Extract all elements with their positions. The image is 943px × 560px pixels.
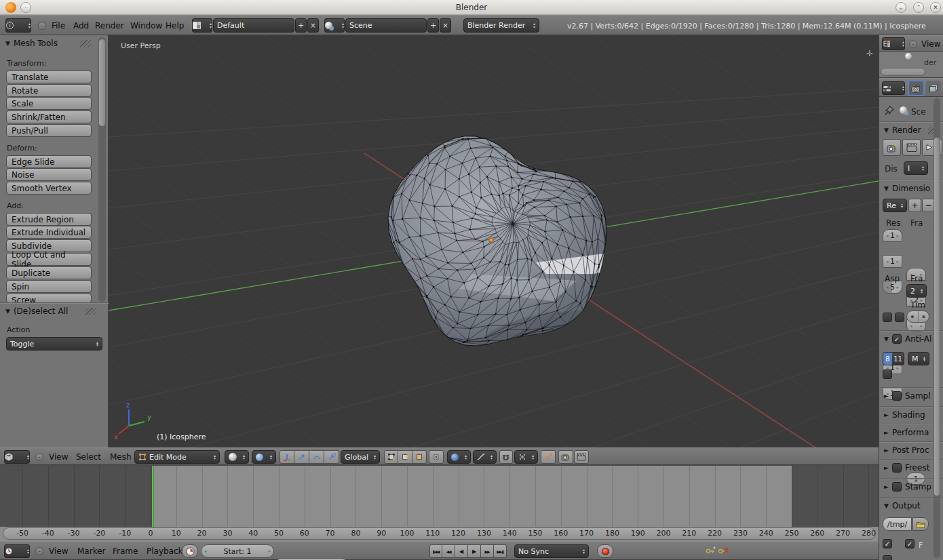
orientation-dropdown[interactable]: Global — [341, 450, 380, 464]
file-extensions-checkbox[interactable] — [905, 539, 915, 548]
resolution-x-field[interactable]: 1 — [883, 229, 902, 242]
next-keyframe-button[interactable]: ▶▶ — [481, 544, 494, 558]
record-button[interactable] — [597, 544, 613, 558]
sync-dropdown[interactable]: No Sync — [514, 544, 589, 558]
start-frame-field[interactable]: Start: 1 — [201, 544, 274, 558]
render-panel-header[interactable]: ▼Render — [884, 125, 921, 135]
scrollbar-thumb[interactable] — [934, 138, 940, 496]
spin-button[interactable]: Spin — [6, 280, 92, 293]
outliner-menu-view[interactable]: View — [919, 37, 943, 51]
delete-keyframe-button[interactable] — [718, 546, 729, 557]
viewport-3d[interactable]: User Persp ✛ (1) Icosphere z y x — [109, 35, 879, 447]
sampled-motion-blur-header[interactable]: ►Sampl — [884, 391, 931, 401]
render-presets-dropdown[interactable]: Re — [883, 199, 907, 212]
menu-render[interactable]: Render — [92, 19, 127, 33]
scene-icon-button[interactable] — [324, 18, 345, 33]
aa-filter-dropdown[interactable]: M — [908, 352, 929, 365]
output-browse-button[interactable] — [912, 517, 929, 531]
close-button[interactable]: ✕ — [930, 2, 941, 13]
screw-button[interactable]: Screw — [6, 294, 92, 303]
extrude-region-button[interactable]: Extrude Region — [6, 213, 92, 226]
snap-toggle-button[interactable]: Ω — [499, 450, 513, 464]
add-layout-button[interactable]: + — [295, 18, 307, 33]
stamp-checkbox[interactable] — [892, 482, 902, 492]
insert-keyframe-button[interactable] — [706, 546, 716, 557]
menu-frame[interactable]: Frame — [110, 544, 140, 558]
delete-scene-button[interactable]: × — [440, 18, 451, 33]
manipulator-rotate-button[interactable] — [309, 450, 324, 464]
full-sample-checkbox[interactable] — [883, 369, 892, 379]
play-button[interactable]: ▶ — [468, 544, 481, 558]
scene-field[interactable]: Scene — [345, 18, 427, 33]
timeline-ruler[interactable]: -50-40-30-20-100102030405060708090100110… — [0, 527, 879, 541]
shrink-fatten-button[interactable]: Shrink/Fatten — [6, 111, 92, 123]
proportional-edit-dropdown[interactable] — [447, 450, 471, 464]
viewport-shading-dropdown[interactable] — [225, 450, 249, 464]
deselect-panel-header[interactable]: ▼(De)select All — [5, 306, 68, 316]
freestyle-header[interactable]: ►Freest — [884, 463, 929, 473]
collapse-menus-icon[interactable]: – — [35, 547, 43, 555]
output-path-field[interactable]: /tmp/ — [883, 517, 912, 531]
collapse-menus-icon[interactable]: – — [38, 22, 46, 30]
translate-button[interactable]: Translate — [6, 71, 92, 83]
opengl-render-anim-button[interactable] — [574, 450, 589, 464]
resolution-y-field[interactable]: 1 — [883, 255, 902, 268]
screen-layout-icon-button[interactable] — [192, 18, 212, 33]
mode-dropdown[interactable]: Edit Mode — [134, 450, 220, 464]
extrude-individual-button[interactable]: Extrude Individual — [6, 226, 92, 239]
duplicate-button[interactable]: Duplicate — [6, 266, 92, 279]
falloff-dropdown[interactable] — [473, 450, 497, 464]
edge-select-button[interactable] — [398, 450, 412, 464]
edge-slide-button[interactable]: Edge Slide — [6, 155, 92, 168]
smooth-vertex-button[interactable]: Smooth Vertex — [6, 182, 92, 195]
current-frame-line[interactable] — [152, 466, 153, 527]
add-scene-button[interactable]: + — [427, 18, 439, 33]
collapsed-region-plus-icon[interactable]: ✛ — [866, 49, 873, 58]
panel-grip[interactable] — [85, 308, 96, 315]
menu-mesh[interactable]: Mesh — [107, 450, 134, 464]
editor-type-timeline-button[interactable] — [4, 544, 30, 558]
manipulator-translate-button[interactable] — [294, 450, 309, 464]
editor-type-properties-button[interactable] — [882, 81, 905, 95]
menu-help[interactable]: Help — [163, 19, 187, 33]
editor-type-outliner-button[interactable] — [882, 37, 905, 50]
antialiasing-checkbox[interactable] — [892, 334, 902, 344]
crop-checkbox[interactable] — [895, 313, 904, 322]
stamp-header[interactable]: ►Stamp — [884, 482, 931, 492]
freestyle-checkbox[interactable] — [892, 463, 902, 473]
antialiasing-panel-header[interactable]: ▼ Anti-Al — [884, 334, 931, 344]
action-toggle-dropdown[interactable]: Toggle — [6, 337, 102, 351]
dimensions-panel-header[interactable]: ▼Dimensio — [884, 184, 930, 193]
menu-marker[interactable]: Marker — [75, 544, 108, 558]
placeholders-checkbox[interactable] — [883, 555, 892, 560]
snap-target-button[interactable] — [541, 450, 556, 464]
menu-add[interactable]: Add — [71, 19, 92, 33]
face-select-button[interactable] — [412, 450, 427, 464]
tab-render[interactable] — [908, 80, 925, 96]
opengl-render-button[interactable] — [558, 450, 573, 464]
post-processing-header[interactable]: ►Post Proc — [884, 445, 929, 455]
delete-layout-button[interactable]: × — [307, 18, 319, 33]
minimize-button[interactable]: ⌄ — [896, 2, 906, 13]
fps-dropdown[interactable]: 2 — [906, 284, 927, 298]
toolshelf-scrollbar[interactable] — [98, 37, 106, 302]
manipulator-scale-button[interactable] — [324, 450, 339, 464]
render-still-button[interactable] — [883, 139, 901, 156]
aa-samples-11-button[interactable]: 11 — [892, 353, 904, 365]
outliner-body[interactable]: der — [879, 52, 943, 78]
display-dropdown[interactable]: I — [904, 161, 928, 175]
shading-header[interactable]: ►Shading — [884, 410, 925, 420]
menu-view[interactable]: View — [46, 450, 71, 464]
collapse-menus-icon[interactable]: – — [35, 453, 43, 461]
menu-select[interactable]: Select — [73, 450, 104, 464]
pivot-point-dropdown[interactable] — [252, 450, 276, 464]
render-animation-button[interactable] — [902, 139, 921, 156]
snap-element-dropdown[interactable] — [514, 450, 538, 464]
preview-range-toggle[interactable] — [182, 544, 198, 558]
render-engine-dropdown[interactable]: Blender Render — [463, 18, 539, 33]
border-checkbox[interactable] — [883, 313, 892, 322]
properties-scrollbar[interactable] — [934, 98, 940, 558]
mesh-tools-panel-header[interactable]: ▼Mesh Tools — [5, 39, 58, 48]
push-pull-button[interactable]: Push/Pull — [6, 124, 92, 137]
timeline-area[interactable] — [0, 465, 879, 527]
